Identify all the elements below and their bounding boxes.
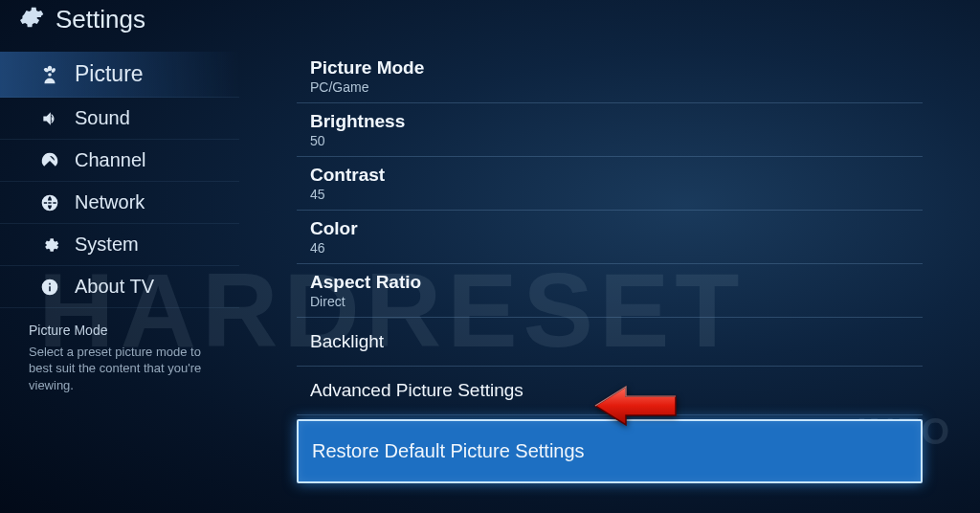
- help-title: Picture Mode: [29, 322, 222, 340]
- sidebar-item-label: Picture: [75, 61, 144, 87]
- setting-picture-mode[interactable]: Picture Mode PC/Game: [297, 50, 923, 103]
- setting-color[interactable]: Color 46: [297, 211, 923, 264]
- setting-value: PC/Game: [310, 79, 909, 95]
- header: Settings: [0, 0, 980, 44]
- setting-label: Color: [310, 218, 909, 239]
- setting-value: Direct: [310, 294, 909, 309]
- sidebar-item-label: Network: [75, 191, 145, 213]
- sidebar-item-label: System: [75, 234, 139, 256]
- help-panel: Picture Mode Select a preset picture mod…: [0, 308, 239, 394]
- setting-label: Restore Default Picture Settings: [312, 435, 907, 468]
- sidebar-item-label: Sound: [75, 107, 130, 129]
- setting-brightness[interactable]: Brightness 50: [297, 103, 923, 157]
- setting-backlight[interactable]: Backlight: [297, 318, 923, 367]
- setting-value: 46: [310, 240, 909, 256]
- sidebar-item-network[interactable]: Network: [0, 182, 239, 224]
- sidebar-item-system[interactable]: System: [0, 224, 239, 266]
- settings-list: Picture Mode PC/Game Brightness 50 Contr…: [239, 44, 980, 509]
- setting-contrast[interactable]: Contrast 45: [297, 157, 923, 211]
- speaker-icon: [38, 109, 61, 128]
- sidebar-item-channel[interactable]: Channel: [0, 140, 239, 182]
- setting-label: Picture Mode: [310, 57, 909, 78]
- satellite-icon: [38, 151, 61, 170]
- globe-icon: [38, 193, 61, 212]
- cog-icon: [38, 235, 61, 255]
- setting-advanced-picture[interactable]: Advanced Picture Settings: [297, 367, 923, 415]
- setting-label: Advanced Picture Settings: [310, 374, 909, 407]
- sidebar-item-label: About TV: [75, 276, 154, 298]
- help-body: Select a preset picture mode to best sui…: [29, 344, 222, 394]
- sidebar: Picture Sound Channel Network System: [0, 44, 239, 509]
- flower-icon: [38, 64, 61, 85]
- setting-value: 45: [310, 187, 909, 202]
- setting-label: Contrast: [310, 165, 909, 186]
- gear-icon: [17, 4, 44, 34]
- setting-label: Brightness: [310, 111, 909, 132]
- sidebar-item-picture[interactable]: Picture: [0, 52, 239, 98]
- sidebar-item-label: Channel: [75, 149, 146, 171]
- setting-restore-defaults[interactable]: Restore Default Picture Settings: [297, 419, 923, 483]
- setting-label: Aspect Ratio: [310, 272, 909, 293]
- setting-value: 50: [310, 133, 909, 148]
- setting-label: Backlight: [310, 325, 909, 358]
- info-icon: [38, 278, 61, 297]
- sidebar-item-sound[interactable]: Sound: [0, 98, 239, 140]
- setting-aspect-ratio[interactable]: Aspect Ratio Direct: [297, 264, 923, 318]
- page-title: Settings: [56, 5, 145, 34]
- sidebar-item-about[interactable]: About TV: [0, 266, 239, 308]
